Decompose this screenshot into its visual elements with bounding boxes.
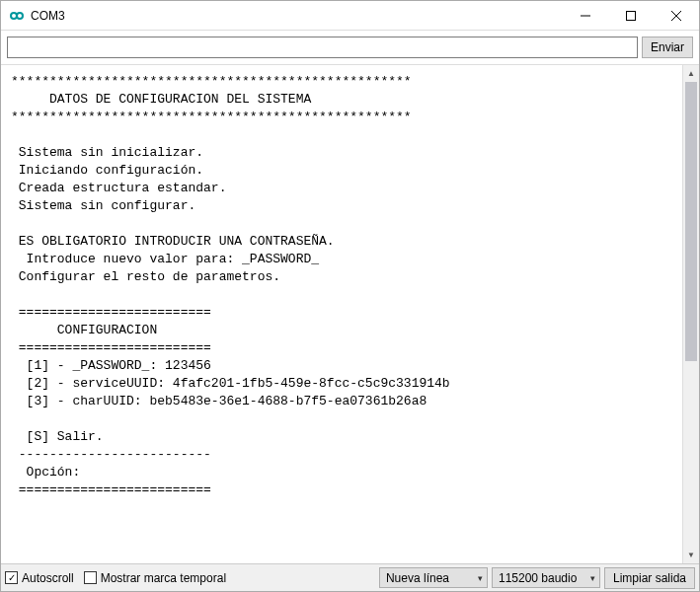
checkbox-icon	[84, 571, 97, 584]
serial-output: ****************************************…	[1, 65, 682, 563]
autoscroll-label: Autoscroll	[22, 571, 74, 585]
window-title: COM3	[31, 9, 65, 23]
checkbox-icon: ✓	[5, 571, 18, 584]
baud-select[interactable]: 115200 baudio ▾	[492, 567, 600, 588]
send-button[interactable]: Enviar	[642, 37, 693, 58]
maximize-button[interactable]	[608, 1, 654, 31]
chevron-down-icon: ▾	[478, 573, 483, 583]
clear-output-button[interactable]: Limpiar salida	[604, 567, 695, 589]
chevron-down-icon: ▾	[590, 573, 595, 583]
autoscroll-checkbox[interactable]: ✓ Autoscroll	[5, 571, 74, 585]
minimize-button[interactable]	[563, 1, 608, 31]
scroll-down-icon[interactable]: ▼	[683, 547, 699, 563]
send-row: Enviar	[1, 31, 699, 65]
svg-rect-4	[627, 11, 636, 20]
scroll-up-icon[interactable]: ▲	[683, 65, 699, 82]
line-ending-value: Nueva línea	[386, 571, 449, 585]
line-ending-select[interactable]: Nueva línea ▾	[379, 567, 488, 588]
timestamp-checkbox[interactable]: Mostrar marca temporal	[84, 571, 226, 585]
footer-bar: ✓ Autoscroll Mostrar marca temporal Nuev…	[1, 563, 699, 591]
timestamp-label: Mostrar marca temporal	[101, 571, 226, 585]
baud-value: 115200 baudio	[499, 571, 577, 585]
scroll-track[interactable]	[683, 82, 699, 547]
scrollbar[interactable]: ▲ ▼	[682, 65, 699, 563]
arduino-icon	[9, 8, 25, 24]
close-button[interactable]	[654, 1, 699, 31]
svg-point-2	[17, 13, 23, 19]
titlebar: COM3	[1, 1, 699, 31]
scroll-thumb[interactable]	[685, 82, 697, 361]
serial-input[interactable]	[7, 37, 638, 58]
output-area: ****************************************…	[1, 65, 699, 563]
